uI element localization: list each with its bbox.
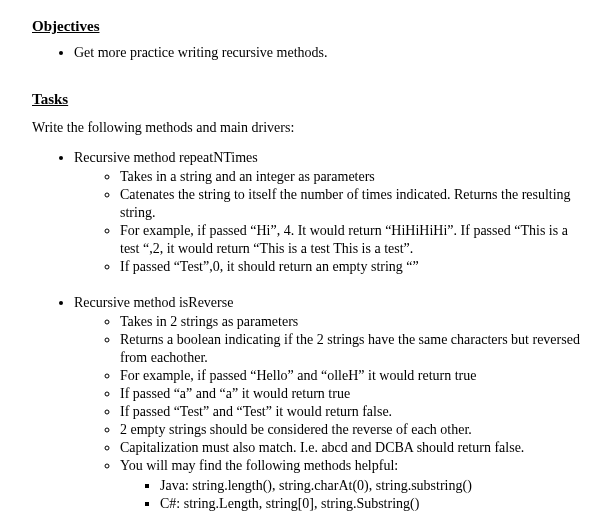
tasks-heading: Tasks — [32, 91, 585, 108]
list-item: Takes in a string and an integer as para… — [120, 168, 585, 186]
method-points: Takes in a string and an integer as para… — [110, 168, 585, 275]
list-item: 2 empty strings should be considered the… — [120, 421, 585, 439]
method-title: Recursive method repeatNTimes — [74, 150, 258, 165]
list-item: If passed “a” and “a” it would return tr… — [120, 385, 585, 403]
method-item: Recursive method isReverse Takes in 2 st… — [74, 295, 585, 511]
list-item: Returns a boolean indicating if the 2 st… — [120, 331, 585, 367]
list-item: Java: string.length(), string.charAt(0),… — [160, 477, 585, 495]
methods-list: Recursive method repeatNTimes Takes in a… — [56, 150, 585, 275]
list-item: You will may find the following methods … — [120, 457, 585, 511]
tasks-intro: Write the following methods and main dri… — [32, 120, 585, 136]
method-title: Recursive method isReverse — [74, 295, 233, 310]
method-points: Takes in 2 strings as parameters Returns… — [110, 313, 585, 511]
list-item: For example, if passed “Hi”, 4. It would… — [120, 222, 585, 258]
helpful-methods: Java: string.length(), string.charAt(0),… — [152, 477, 585, 511]
list-item: If passed “Test”,0, it should return an … — [120, 258, 585, 276]
list-item: For example, if passed “Hello” and “olle… — [120, 367, 585, 385]
objectives-list: Get more practice writing recursive meth… — [56, 45, 585, 61]
list-item: C#: string.Length, string[0], string.Sub… — [160, 495, 585, 512]
list-item-text: You will may find the following methods … — [120, 458, 398, 473]
list-item: Capitalization must also match. I.e. abc… — [120, 439, 585, 457]
list-item: If passed “Test” and “Test” it would ret… — [120, 403, 585, 421]
methods-list: Recursive method isReverse Takes in 2 st… — [56, 295, 585, 511]
method-item: Recursive method repeatNTimes Takes in a… — [74, 150, 585, 275]
list-item: Get more practice writing recursive meth… — [74, 45, 585, 61]
objectives-heading: Objectives — [32, 18, 585, 35]
list-item: Takes in 2 strings as parameters — [120, 313, 585, 331]
list-item: Catenates the string to itself the numbe… — [120, 186, 585, 222]
